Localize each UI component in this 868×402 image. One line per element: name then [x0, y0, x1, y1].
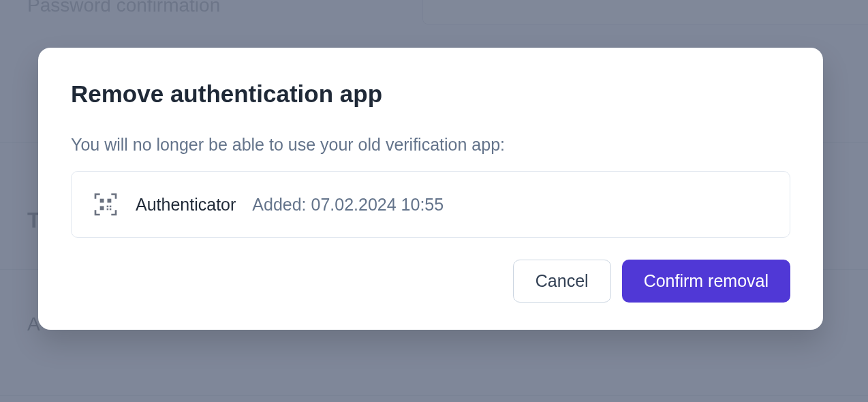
- svg-rect-3: [107, 206, 109, 208]
- qr-code-icon: [92, 191, 119, 218]
- svg-rect-2: [100, 206, 104, 211]
- svg-rect-1: [108, 199, 112, 203]
- svg-rect-5: [107, 208, 109, 211]
- modal-actions: Cancel Confirm removal: [71, 260, 790, 303]
- modal-title: Remove authentication app: [71, 80, 790, 108]
- cancel-button[interactable]: Cancel: [513, 260, 611, 303]
- remove-authenticator-modal: Remove authentication app You will no lo…: [38, 48, 823, 330]
- confirm-removal-button[interactable]: Confirm removal: [622, 260, 790, 303]
- svg-rect-0: [100, 199, 104, 203]
- authenticator-name: Authenticator: [136, 195, 236, 215]
- svg-rect-4: [110, 206, 112, 208]
- authenticator-card: Authenticator Added: 07.02.2024 10:55: [71, 171, 790, 238]
- svg-rect-6: [110, 208, 112, 211]
- authenticator-added-date: Added: 07.02.2024 10:55: [252, 195, 444, 215]
- modal-subtitle: You will no longer be able to use your o…: [71, 135, 790, 155]
